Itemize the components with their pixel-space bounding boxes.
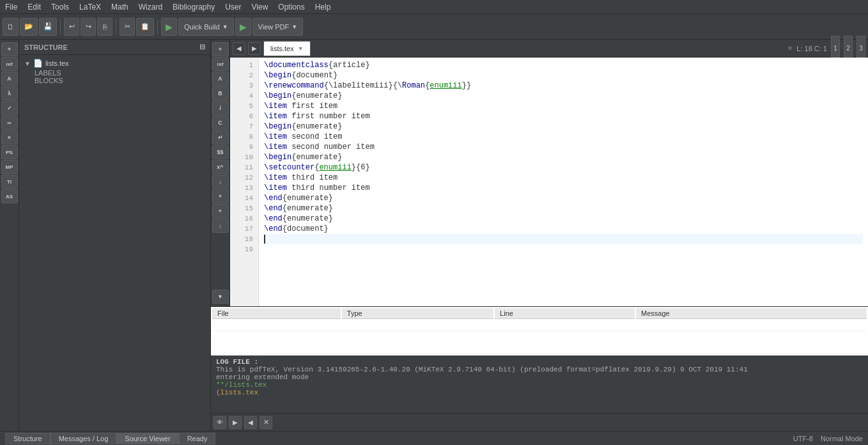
tab-nav-right[interactable]: ▶: [248, 42, 261, 55]
structure-collapse-icon[interactable]: ⊟: [199, 43, 205, 51]
icon-lambda[interactable]: λ: [1, 86, 18, 100]
icon-times[interactable]: ×: [1, 130, 18, 144]
viewpdf-button[interactable]: View PDF ▼: [252, 18, 304, 36]
close-tab-icon[interactable]: ✕: [787, 45, 793, 52]
status-tab-structure[interactable]: Structure: [5, 433, 50, 444]
icon-A[interactable]: A: [1, 72, 18, 86]
status-tab-sourceviewer[interactable]: Source Viewer: [116, 433, 178, 444]
menu-latex[interactable]: LaTeX: [74, 1, 106, 13]
line-num-13: 13: [230, 183, 258, 193]
line-num-17: 17: [230, 224, 258, 234]
col-file: File: [212, 308, 341, 319]
tree-item-file[interactable]: ▼ 📄 lists.tex: [22, 58, 208, 69]
icon-ps[interactable]: PS: [1, 145, 18, 159]
folder-icon: 📄: [33, 59, 43, 68]
tab-dropdown-icon[interactable]: ▼: [298, 45, 304, 52]
viewpdf-label: View PDF: [258, 23, 290, 31]
line-num-8: 8: [230, 132, 258, 142]
quickbuild-dropdown-icon[interactable]: ▼: [222, 24, 228, 30]
active-tab[interactable]: lists.tex ▼: [263, 41, 311, 56]
icon-down-2[interactable]: ↓: [212, 219, 229, 233]
icon-plus-2[interactable]: +: [212, 189, 229, 203]
tree-blocks[interactable]: BLOCKS: [22, 77, 208, 84]
menu-tools[interactable]: Tools: [46, 1, 74, 13]
bottom-panel: File Type Line Message: [211, 306, 868, 431]
menu-bibliography[interactable]: Bibliography: [167, 1, 220, 13]
menu-options[interactable]: Options: [273, 1, 309, 13]
icon-checkmark[interactable]: ✓: [1, 101, 18, 115]
icon-infinity[interactable]: ∞: [1, 116, 18, 130]
quickbuild-label: Quick Build: [184, 23, 220, 31]
icon-dollar-dollar[interactable]: $$: [212, 145, 229, 159]
redo-button[interactable]: ↪: [81, 18, 96, 36]
code-line-9: \item second number item: [264, 142, 863, 152]
icon-insert-ref[interactable]: ref: [212, 57, 229, 71]
menu-help[interactable]: Help: [310, 1, 336, 13]
encoding-info: UTF-8: [793, 435, 813, 442]
icon-mp[interactable]: MP: [1, 160, 18, 174]
icon-ti[interactable]: TI: [1, 175, 18, 189]
menu-edit[interactable]: Edit: [22, 1, 46, 13]
icon-plus[interactable]: +: [1, 42, 18, 56]
icon-plus-3[interactable]: +: [212, 204, 229, 218]
empty-row: [212, 320, 867, 331]
new-button[interactable]: 🗋: [3, 18, 19, 36]
paste-button[interactable]: 📋: [136, 18, 154, 36]
structure-tree: ▼ 📄 lists.tex LABELS BLOCKS: [19, 55, 210, 431]
quickbuild-button[interactable]: Quick Build ▼: [178, 18, 234, 36]
line-num-7: 7: [230, 121, 258, 132]
tab-filename: lists.tex: [270, 45, 294, 52]
icon-insert-A[interactable]: A: [212, 72, 229, 86]
line-num-19: 19: [230, 244, 258, 254]
code-area[interactable]: \documentclass{article} \begin{document}…: [259, 58, 868, 306]
tab-nav-left[interactable]: ◀: [233, 42, 245, 55]
menu-math[interactable]: Math: [106, 1, 134, 13]
editor-body[interactable]: 1 2 3 4 5 6 7 8 9 10 11 12 13: [230, 58, 868, 306]
structure-header: STRUCTURE ⊟: [19, 40, 210, 55]
menu-view[interactable]: View: [247, 1, 274, 13]
col-line: Line: [495, 308, 635, 319]
icon-superscript[interactable]: x^: [212, 160, 229, 174]
icon-right-arrow-end[interactable]: ▼: [212, 290, 229, 304]
build-play-button[interactable]: ▶: [161, 18, 177, 36]
icon-insert-plus[interactable]: +: [212, 42, 229, 56]
icon-insert-enter[interactable]: ↵: [212, 130, 229, 144]
toolbar-sep-2: [116, 19, 116, 35]
messages-table: File Type Line Message: [211, 307, 868, 332]
menu-file[interactable]: File: [0, 1, 22, 13]
arrow-right-icon[interactable]: ▶: [229, 416, 242, 429]
code-line-8: \item second item: [264, 132, 863, 142]
open-button[interactable]: 📂: [20, 18, 38, 36]
log-line2: entering extended mode: [216, 373, 863, 381]
icon-insert-B[interactable]: B: [212, 86, 229, 100]
tree-labels[interactable]: LABELS: [22, 69, 208, 77]
log-area[interactable]: LOG FILE : This is pdfTeX, Version 3.141…: [211, 355, 868, 413]
structure-panel: + ref A λ ✓ ∞ × PS MP TI AS STRUCTURE ⊟ …: [0, 40, 211, 431]
icon-insert-C[interactable]: C: [212, 116, 229, 130]
code-line-3: \renewcommand{\labelitemiii}{\Roman{enum…: [264, 81, 863, 91]
menu-user[interactable]: User: [220, 1, 246, 13]
view-toggle-icon[interactable]: 👁: [213, 416, 226, 429]
status-tab-messages[interactable]: Messages / Log: [50, 433, 117, 444]
log-line4: (lists.tex: [216, 389, 863, 396]
save-button[interactable]: 💾: [39, 18, 57, 36]
bottom-controls: 👁 ▶ ◀ ✕: [211, 413, 868, 431]
viewpdf-dropdown-icon[interactable]: ▼: [291, 24, 297, 30]
status-tab-ready[interactable]: Ready: [179, 433, 216, 444]
viewpdf-play-button[interactable]: ▶: [235, 18, 251, 36]
editor-tabs: ◀ ▶ lists.tex ▼ ✕ L: 18 C: 1 1 2 3: [230, 40, 868, 58]
cut-button[interactable]: ✂: [120, 18, 135, 36]
col-type: Type: [342, 308, 493, 319]
close-bottom-icon[interactable]: ✕: [260, 416, 272, 429]
menu-wizard[interactable]: Wizard: [134, 1, 167, 13]
undo-button[interactable]: ↩: [64, 18, 79, 36]
copy-env-button[interactable]: ⎘: [97, 18, 112, 36]
icon-insert-i[interactable]: i: [212, 101, 229, 115]
icon-arrow-down-small[interactable]: ↓: [212, 175, 229, 189]
icon-ref[interactable]: ref: [1, 57, 18, 71]
icon-as[interactable]: AS: [1, 189, 18, 203]
arrow-left-icon[interactable]: ◀: [244, 416, 257, 429]
structure-title: STRUCTURE: [24, 43, 68, 51]
messages-tbody: [212, 320, 867, 331]
code-line-7: \begin{enumerate}: [264, 121, 863, 132]
